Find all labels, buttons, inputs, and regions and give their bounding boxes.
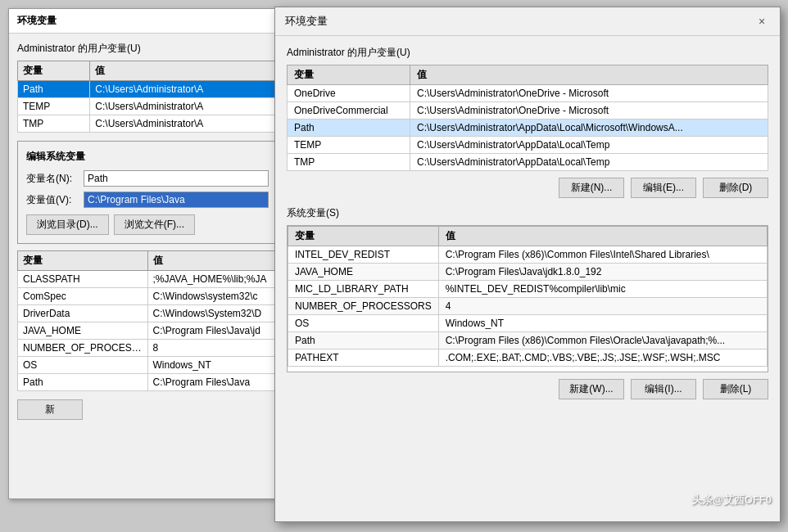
table-row[interactable]: OSWindows_NT (288, 315, 768, 332)
table-row[interactable]: PathC:\Program Files\Java (18, 374, 278, 391)
table-row[interactable]: OneDriveC:\Users\Administrator\OneDrive … (288, 85, 768, 102)
main-sys-btn-group: 新建(W)... 编辑(I)... 删除(L) (287, 379, 768, 399)
table-row[interactable]: NUMBER_OF_PROCESSORS4 (288, 298, 768, 315)
bg-sys-btn-row: 新 (17, 399, 278, 420)
bg-user-section-label: Administrator 的用户变量(U) (17, 42, 278, 56)
main-user-btn-group: 新建(N)... 编辑(E)... 删除(D) (287, 178, 768, 198)
bg-edit-title: 编辑系统变量 (26, 150, 269, 164)
bg-varvalue-label: 变量值(V): (26, 193, 84, 207)
bg-user-vars-table: 变量 值 PathC:\Users\Administrator\ATEMPC:\… (17, 61, 278, 133)
main-user-vars-table: 变量 值 OneDriveC:\Users\Administrator\OneD… (287, 65, 768, 171)
table-row[interactable]: ComSpecC:\Windows\system32\c (18, 288, 278, 305)
main-sys-vars-container[interactable]: 变量 值 INTEL_DEV_REDISTC:\Program Files (x… (287, 225, 768, 372)
bg-user-col-val: 值 (90, 61, 278, 81)
close-button[interactable]: × (754, 13, 770, 29)
table-row[interactable]: OSWindows_NT (18, 357, 278, 374)
table-row[interactable]: JAVA_HOMEC:\Program Files\Java\jdk1.8.0_… (288, 264, 768, 281)
bg-sys-new-button[interactable]: 新 (17, 399, 83, 420)
table-row[interactable]: OneDriveCommercialC:\Users\Administrator… (288, 102, 768, 119)
table-row[interactable]: NUMBER_OF_PROCESSORS8 (18, 340, 278, 357)
table-row[interactable]: TEMPC:\Users\Administrator\A (18, 98, 278, 115)
bg-varname-label: 变量名(N): (26, 172, 84, 186)
main-sys-col-var: 变量 (288, 227, 439, 246)
main-window: 环境变量 × Administrator 的用户变量(U) 变量 值 OneDr… (274, 7, 781, 522)
main-sys-col-val: 值 (438, 227, 767, 246)
bg-edit-section: 编辑系统变量 变量名(N): 变量值(V): 浏览目录(D)... 浏览文件(F… (17, 141, 278, 244)
table-row[interactable]: PATHEXT.COM;.EXE;.BAT;.CMD;.VBS;.VBE;.JS… (288, 349, 768, 367)
table-row[interactable]: DriverDataC:\Windows\System32\D (18, 305, 278, 322)
bg-sys-col-val: 值 (147, 251, 278, 271)
bg-varname-row: 变量名(N): (26, 170, 269, 187)
main-user-col-val: 值 (410, 65, 768, 85)
bg-sys-col-var: 变量 (18, 251, 148, 271)
main-user-new-button[interactable]: 新建(N)... (559, 178, 624, 198)
bg-user-col-var: 变量 (18, 61, 90, 81)
main-sys-vars-table: 变量 值 INTEL_DEV_REDISTC:\Program Files (x… (288, 226, 768, 367)
bg-sys-vars-table: 变量 值 CLASSPATH;%JAVA_HOME%\lib;%JAComSpe… (17, 250, 278, 391)
bg-varvalue-input[interactable] (84, 192, 269, 208)
main-sys-vars-section: 系统变量(S) 变量 值 INTEL_DEV_REDISTC:\Program … (287, 206, 768, 399)
table-row[interactable]: PathC:\Users\Administrator\AppData\Local… (288, 119, 768, 137)
bg-window-titlebar: 环境变量 (9, 9, 286, 34)
main-user-edit-button[interactable]: 编辑(E)... (631, 178, 696, 198)
main-window-title: 环境变量 (285, 14, 328, 29)
watermark: 头条@艾西OFF0 (691, 493, 772, 507)
table-row[interactable]: TMPC:\Users\Administrator\A (18, 115, 278, 133)
table-row[interactable]: JAVA_HOMEC:\Program Files\Java\jd (18, 322, 278, 340)
bg-browse-dir-button[interactable]: 浏览目录(D)... (26, 214, 109, 235)
table-row[interactable]: PathC:\Users\Administrator\A (18, 81, 278, 98)
bg-sys-vars-section: 变量 值 CLASSPATH;%JAVA_HOME%\lib;%JAComSpe… (17, 250, 278, 420)
main-sys-new-button[interactable]: 新建(W)... (559, 379, 624, 399)
main-window-titlebar: 环境变量 × (275, 7, 780, 36)
table-row[interactable]: CLASSPATH;%JAVA_HOME%\lib;%JA (18, 271, 278, 288)
bg-edit-btn-row: 浏览目录(D)... 浏览文件(F)... (26, 214, 269, 235)
table-row[interactable]: PathC:\Program Files (x86)\Common Files\… (288, 332, 768, 349)
bg-browse-file-button[interactable]: 浏览文件(F)... (114, 214, 195, 235)
main-user-delete-button[interactable]: 删除(D) (703, 178, 768, 198)
table-row[interactable]: MIC_LD_LIBRARY_PATH%INTEL_DEV_REDIST%com… (288, 281, 768, 298)
main-user-col-var: 变量 (288, 65, 410, 85)
bg-user-vars-section: Administrator 的用户变量(U) 变量 值 PathC:\Users… (17, 42, 278, 133)
bg-varvalue-row: 变量值(V): (26, 192, 269, 208)
main-sys-section-label: 系统变量(S) (287, 206, 768, 220)
main-sys-delete-button[interactable]: 删除(L) (703, 379, 768, 399)
table-row[interactable]: INTEL_DEV_REDISTC:\Program Files (x86)\C… (288, 246, 768, 264)
table-row[interactable]: TEMPC:\Users\Administrator\AppData\Local… (288, 137, 768, 154)
table-row[interactable]: TMPC:\Users\Administrator\AppData\Local\… (288, 154, 768, 171)
bg-varname-input[interactable] (84, 170, 269, 187)
main-user-vars-section: Administrator 的用户变量(U) 变量 值 OneDriveC:\U… (287, 46, 768, 198)
main-user-section-label: Administrator 的用户变量(U) (287, 46, 768, 60)
main-sys-edit-button[interactable]: 编辑(I)... (631, 379, 696, 399)
background-window: 环境变量 Administrator 的用户变量(U) 变量 值 PathC:\… (8, 8, 287, 499)
bg-window-title: 环境变量 (17, 15, 57, 26)
